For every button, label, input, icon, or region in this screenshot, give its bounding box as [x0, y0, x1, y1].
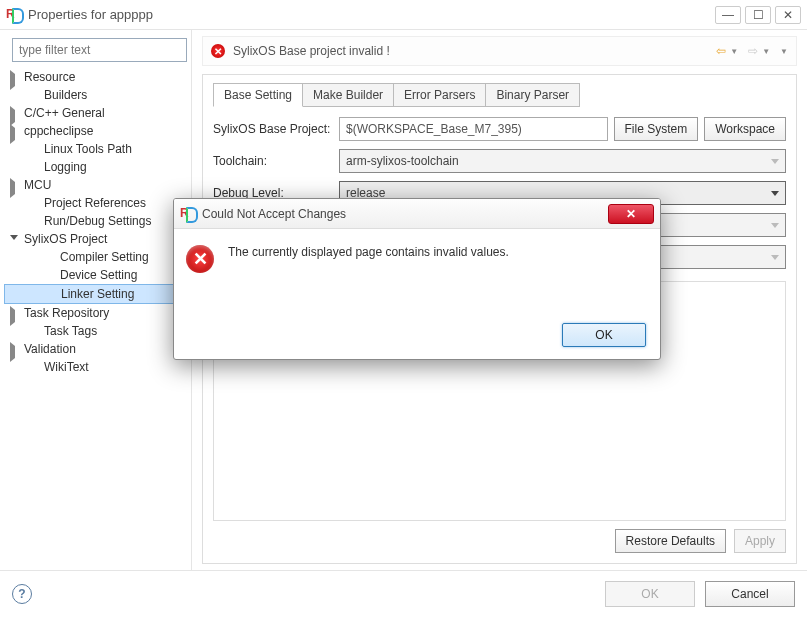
chevron-down-icon: [771, 255, 779, 260]
tree-item-label: Logging: [44, 160, 87, 174]
nav-tree[interactable]: ResourceBuildersC/C++ Generalcppcheclips…: [4, 68, 187, 376]
toolchain-combo: arm-sylixos-toolchain: [339, 149, 786, 173]
tree-item-label: C/C++ General: [24, 106, 105, 120]
dialog-close-button[interactable]: ✕: [608, 204, 654, 224]
chevron-down-icon: [771, 223, 779, 228]
tree-item-label: Builders: [44, 88, 87, 102]
tree-item-label: Device Setting: [60, 268, 137, 282]
file-system-button[interactable]: File System: [614, 117, 699, 141]
window-title: Properties for appppp: [28, 7, 715, 22]
form-footer: Restore Defaults Apply: [213, 529, 786, 553]
chevron-down-icon: [771, 159, 779, 164]
error-banner: ✕ SylixOS Base project invalid ! ⇦ ▼ ⇨ ▼…: [202, 36, 797, 66]
tab[interactable]: Error Parsers: [393, 83, 486, 107]
tree-item[interactable]: cppcheclipse: [4, 122, 187, 140]
ok-button: OK: [605, 581, 695, 607]
row-toolchain: Toolchain: arm-sylixos-toolchain: [213, 149, 786, 173]
window-titlebar: Properties for appppp — ☐ ✕: [0, 0, 807, 30]
dialog-message: The currently displayed page contains in…: [228, 245, 509, 259]
tree-item-label: Run/Debug Settings: [44, 214, 151, 228]
dialog-footer: ? OK Cancel: [0, 570, 807, 616]
tree-item-label: Linux Tools Path: [44, 142, 132, 156]
tree-item[interactable]: Validation: [4, 340, 187, 358]
dialog-title: Could Not Accept Changes: [202, 207, 346, 221]
tree-item-label: SylixOS Project: [24, 232, 107, 246]
tree-item-label: Compiler Setting: [60, 250, 149, 264]
forward-arrow-icon[interactable]: ⇨: [748, 44, 758, 58]
dialog-body: ✕ The currently displayed page contains …: [174, 229, 660, 289]
cancel-button[interactable]: Cancel: [705, 581, 795, 607]
tree-item[interactable]: C/C++ General: [4, 104, 187, 122]
minimize-button[interactable]: —: [715, 6, 741, 24]
error-icon: ✕: [186, 245, 214, 273]
error-dialog: Could Not Accept Changes ✕ ✕ The current…: [173, 198, 661, 360]
base-project-label: SylixOS Base Project:: [213, 122, 333, 136]
tab-strip: Base SettingMake BuilderError ParsersBin…: [213, 83, 786, 107]
tree-item[interactable]: Task Repository: [4, 304, 187, 322]
tree-item[interactable]: Builders: [4, 86, 187, 104]
error-banner-text: SylixOS Base project invalid !: [233, 44, 390, 58]
view-menu-icon[interactable]: ▼: [780, 47, 788, 56]
back-arrow-icon[interactable]: ⇦: [716, 44, 726, 58]
tree-item[interactable]: WikiText: [4, 358, 187, 376]
toolchain-value: arm-sylixos-toolchain: [346, 154, 459, 168]
tree-item-label: WikiText: [44, 360, 89, 374]
app-icon: [6, 7, 22, 23]
expand-arrow-icon[interactable]: [10, 235, 18, 240]
banner-nav: ⇦ ▼ ⇨ ▼ ▼: [716, 44, 788, 58]
tree-item-label: Project References: [44, 196, 146, 210]
tab[interactable]: Base Setting: [213, 83, 303, 107]
close-button[interactable]: ✕: [775, 6, 801, 24]
tree-item[interactable]: SylixOS Project: [4, 230, 187, 248]
tree-item-label: Task Tags: [44, 324, 97, 338]
tree-item[interactable]: Compiler Setting: [4, 248, 187, 266]
help-icon[interactable]: ?: [12, 584, 32, 604]
row-base-project: SylixOS Base Project: File System Worksp…: [213, 117, 786, 141]
apply-button: Apply: [734, 529, 786, 553]
app-icon: [180, 206, 196, 222]
tree-item[interactable]: Task Tags: [4, 322, 187, 340]
error-icon: ✕: [211, 44, 225, 58]
window-controls: — ☐ ✕: [715, 6, 801, 24]
filter-input[interactable]: [12, 38, 187, 62]
tab[interactable]: Make Builder: [302, 83, 394, 107]
dialog-ok-button[interactable]: OK: [562, 323, 646, 347]
dialog-footer-buttons: OK: [562, 323, 646, 347]
sidebar: ResourceBuildersC/C++ Generalcppcheclips…: [0, 30, 192, 570]
workspace-button[interactable]: Workspace: [704, 117, 786, 141]
tree-item[interactable]: Linker Setting: [4, 284, 185, 304]
chevron-down-icon: [771, 191, 779, 196]
tree-item[interactable]: Logging: [4, 158, 187, 176]
restore-defaults-button[interactable]: Restore Defaults: [615, 529, 726, 553]
tree-item[interactable]: Project References: [4, 194, 187, 212]
maximize-button[interactable]: ☐: [745, 6, 771, 24]
tree-item[interactable]: Device Setting: [4, 266, 187, 284]
tree-item[interactable]: Linux Tools Path: [4, 140, 187, 158]
tree-item-label: Linker Setting: [61, 287, 134, 301]
toolchain-label: Toolchain:: [213, 154, 333, 168]
dialog-titlebar[interactable]: Could Not Accept Changes ✕: [174, 199, 660, 229]
tree-item[interactable]: Resource: [4, 68, 187, 86]
back-menu-icon[interactable]: ▼: [730, 47, 738, 56]
base-project-input[interactable]: [339, 117, 608, 141]
tree-item-label: Task Repository: [24, 306, 109, 320]
tree-item[interactable]: Run/Debug Settings: [4, 212, 187, 230]
forward-menu-icon[interactable]: ▼: [762, 47, 770, 56]
tab[interactable]: Binary Parser: [485, 83, 580, 107]
tree-item[interactable]: MCU: [4, 176, 187, 194]
